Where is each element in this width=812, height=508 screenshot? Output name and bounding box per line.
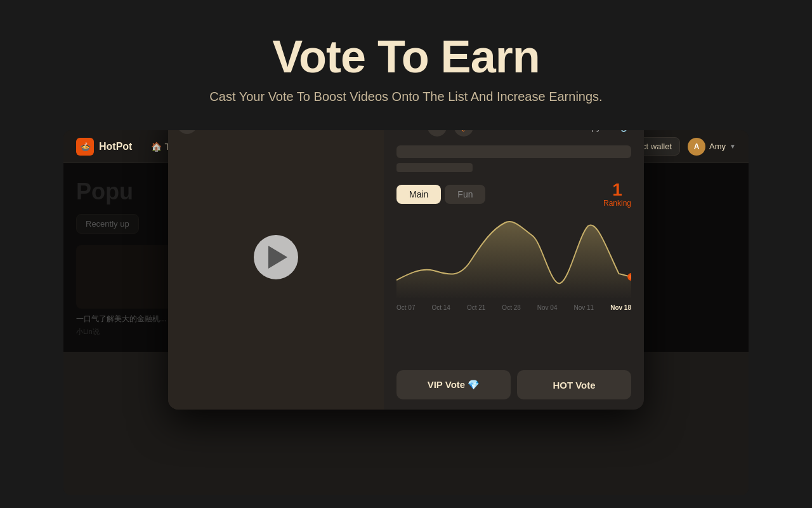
chart-area: Oct 07 Oct 14 Oct 21 Oct 28 Nov 04 Nov 1… bbox=[396, 217, 631, 361]
telegram-share-button[interactable]: ✈ bbox=[428, 130, 447, 137]
chart-label-nov11: Nov 11 bbox=[573, 304, 594, 311]
chart-label-nov04: Nov 04 bbox=[537, 304, 558, 311]
modal-video-title bbox=[396, 145, 631, 158]
share-label: Share bbox=[396, 130, 420, 132]
twitter-share-button[interactable]: 🐦 bbox=[454, 130, 473, 137]
modal-video-subtitle bbox=[396, 163, 473, 172]
avatar: A bbox=[688, 138, 705, 156]
logo-text: HotPot bbox=[99, 141, 132, 152]
hot-vote-button[interactable]: HOT Vote bbox=[517, 370, 631, 399]
hot-vote-label: HOT Vote bbox=[553, 380, 595, 391]
modal-overlay: × Share ✈ bbox=[63, 163, 749, 352]
copy-link-label: Copy link bbox=[580, 130, 617, 132]
ranking-label: Ranking bbox=[603, 199, 631, 208]
twitter-icon: 🐦 bbox=[459, 130, 469, 132]
modal-body: Share ✈ 🐦 Copy link 🔗 bbox=[168, 130, 644, 410]
vip-vote-button[interactable]: VIP Vote 💎 bbox=[396, 370, 511, 399]
ranking-badge: 1 Ranking bbox=[603, 181, 631, 208]
chart-x-labels: Oct 07 Oct 14 Oct 21 Oct 28 Nov 04 Nov 1… bbox=[396, 302, 631, 311]
info-panel: Share ✈ 🐦 Copy link 🔗 bbox=[384, 130, 644, 410]
ranking-number: 1 bbox=[603, 181, 631, 199]
chart-label-oct14: Oct 14 bbox=[431, 304, 450, 311]
hero-section: Vote To Earn Cast Your Vote To Boost Vid… bbox=[0, 0, 812, 123]
home-icon: 🏠 bbox=[151, 142, 162, 152]
tab-fun[interactable]: Fun bbox=[445, 185, 485, 204]
chart-svg bbox=[396, 217, 631, 299]
tab-main[interactable]: Main bbox=[396, 185, 441, 204]
action-row: VIP Vote 💎 HOT Vote bbox=[396, 370, 631, 399]
user-info: A Amy ▼ bbox=[688, 138, 736, 156]
hero-title: Vote To Earn bbox=[0, 32, 812, 82]
nav-logo: 🍲 HotPot bbox=[76, 138, 132, 156]
app-window: 🍲 HotPot 🏠 Top chart My rewards Season 1… bbox=[63, 130, 749, 495]
main-content: Popu Recently up 一口气了解美大的金融机... 小Lin说 × bbox=[63, 163, 749, 352]
chevron-down-icon: ▼ bbox=[730, 143, 736, 150]
video-panel bbox=[168, 130, 384, 410]
username: Amy bbox=[709, 142, 726, 151]
chart-label-nov18: Nov 18 bbox=[610, 304, 631, 311]
telegram-icon: ✈ bbox=[433, 130, 441, 132]
chart-label-oct07: Oct 07 bbox=[396, 304, 415, 311]
play-triangle-icon bbox=[268, 246, 287, 269]
logo-icon: 🍲 bbox=[76, 138, 94, 156]
link-icon: 🔗 bbox=[620, 130, 631, 132]
copy-link-button[interactable]: Copy link 🔗 bbox=[580, 130, 631, 132]
chart-label-oct21: Oct 21 bbox=[467, 304, 485, 311]
hero-subtitle: Cast Your Vote To Boost Videos Onto The … bbox=[0, 90, 812, 104]
play-button[interactable] bbox=[254, 235, 298, 279]
chart-area-fill bbox=[396, 222, 631, 299]
modal: × Share ✈ bbox=[168, 130, 644, 410]
vip-vote-label: VIP Vote 💎 bbox=[428, 379, 480, 391]
chart-label-oct28: Oct 28 bbox=[502, 304, 520, 311]
tab-row: Main Fun 1 Ranking bbox=[396, 181, 631, 208]
share-row: Share ✈ 🐦 Copy link 🔗 bbox=[396, 130, 631, 137]
